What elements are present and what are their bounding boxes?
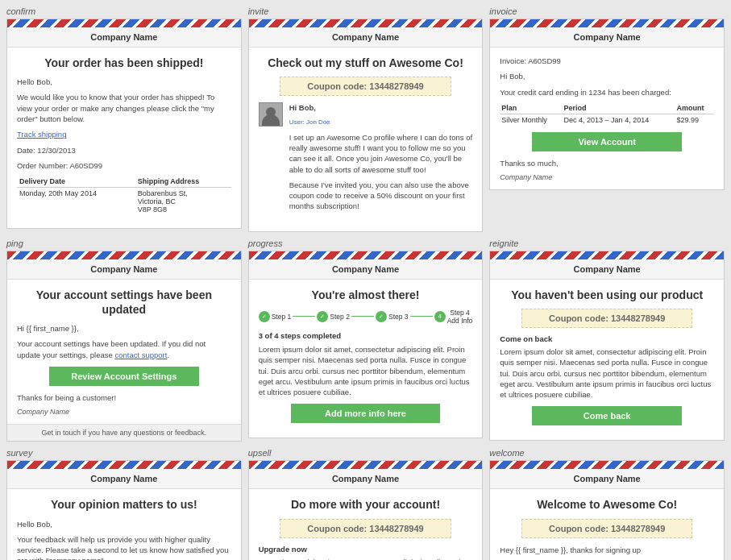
card-label-invoice: invoice — [489, 6, 725, 16]
step-1-circle: ✓ — [259, 311, 270, 322]
progress-title: You're almost there! — [259, 288, 473, 302]
step-line-1 — [293, 316, 315, 317]
card-header-welcome: Company Name — [490, 469, 724, 489]
progress-count: 3 of 4 steps completed — [259, 331, 473, 340]
email-card-upsell: Company Name Do more with your account! … — [248, 460, 484, 560]
envelope-strip-confirm — [7, 19, 241, 27]
card-body-upsell: Do more with your account! Coupon code: … — [249, 489, 483, 560]
card-wrapper-invite: invite Company Name Check out my stuff o… — [248, 6, 484, 232]
card-header-invite: Company Name — [249, 27, 483, 48]
invoice-plan-value: Silver Monthly — [500, 114, 562, 126]
invoice-amount-value: $29.99 — [675, 114, 714, 126]
upsell-section-title: Upgrade now — [259, 545, 473, 554]
step-3: ✓ Step 3 — [376, 311, 409, 322]
step-4-label: Step 4Add Info — [447, 309, 473, 325]
author-avatar — [259, 102, 283, 127]
email-card-invoice: Company Name Invoice: A60SD99 Hi Bob, Yo… — [489, 19, 725, 190]
card-body-ping: Your account settings have been updated … — [7, 280, 241, 425]
card-label-welcome: welcome — [489, 448, 725, 458]
step-1-label: Step 1 — [272, 313, 292, 321]
progress-body: Lorem ipsum dolor sit amet, consectetur … — [259, 344, 473, 397]
reignite-body: Lorem ipsum dolor sit amet, consectetur … — [500, 346, 714, 400]
confirm-greeting: Hello Bob, — [17, 77, 231, 87]
col-shipping-address: Shipping Address — [135, 176, 231, 188]
envelope-strip-invite — [249, 19, 483, 27]
invoice-company-sig: Company Name — [500, 173, 714, 181]
invoice-col-period: Period — [563, 102, 675, 114]
confirm-shipping-table: Delivery Date Shipping Address Monday, 2… — [17, 176, 231, 215]
view-account-button[interactable]: View Account — [532, 132, 682, 151]
card-wrapper-survey: survey Company Name Your opinion matters… — [6, 448, 242, 560]
email-card-ping: Company Name Your account settings have … — [6, 251, 242, 442]
ping-thanks: Thanks for being a customer! — [17, 392, 231, 403]
steps-bar: ✓ Step 1 ✓ Step 2 ✓ Step 3 4 — [259, 309, 473, 325]
card-label-invite: invite — [248, 6, 484, 16]
step-1: ✓ Step 1 — [259, 311, 292, 322]
envelope-strip-upsell — [249, 461, 483, 469]
invoice-note: Your credit card ending in 1234 has been… — [500, 87, 714, 97]
step-4-circle: 4 — [434, 311, 446, 322]
reignite-section-title: Come on back — [500, 334, 714, 343]
card-wrapper-reignite: reignite Company Name You haven't been u… — [489, 239, 725, 442]
card-body-welcome: Welcome to Awesome Co! Coupon code: 1344… — [490, 489, 724, 560]
card-body-invite: Check out my stuff on Awesome Co! Coupon… — [249, 48, 483, 231]
step-3-circle: ✓ — [376, 311, 387, 322]
invite-author-block: Hi Bob, User: Jon Doe I set up an Awesom… — [259, 102, 473, 217]
come-back-button[interactable]: Come back — [532, 406, 682, 425]
invite-body: I set up an Awesome Co profile where I c… — [289, 132, 473, 175]
card-body-reignite: You haven't been using our product Coupo… — [490, 280, 724, 441]
email-card-invite: Company Name Check out my stuff on Aweso… — [248, 19, 484, 232]
card-header-reignite: Company Name — [490, 259, 724, 280]
card-wrapper-progress: progress Company Name You're almost ther… — [248, 239, 484, 442]
confirm-track-link[interactable]: Track shipping — [17, 129, 231, 139]
card-body-progress: You're almost there! ✓ Step 1 ✓ Step 2 ✓ — [249, 280, 483, 438]
invite-title: Check out my stuff on Awesome Co! — [259, 56, 473, 70]
invite-author-name: User: Jon Doe — [289, 118, 473, 127]
envelope-strip-welcome — [490, 461, 724, 469]
email-card-confirm: Company Name Your order has been shipped… — [6, 19, 242, 229]
envelope-strip-survey — [7, 461, 241, 469]
email-card-welcome: Company Name Welcome to Awesome Co! Coup… — [489, 460, 725, 560]
invoice-number: Invoice: A60SD99 — [500, 56, 714, 66]
card-header-upsell: Company Name — [249, 469, 483, 489]
invoice-col-amount: Amount — [675, 102, 714, 114]
step-2-circle: ✓ — [317, 311, 328, 322]
step-line-2 — [351, 316, 374, 317]
email-card-progress: Company Name You're almost there! ✓ Step… — [248, 251, 484, 439]
invite-author-text: Hi Bob, User: Jon Doe I set up an Awesom… — [289, 102, 473, 217]
confirm-title: Your order has been shipped! — [17, 56, 231, 70]
ping-footer: Get in touch if you have any questions o… — [7, 424, 241, 441]
survey-greeting: Hello Bob, — [17, 519, 231, 529]
invoice-period-value: Dec 4, 2013 – Jan 4, 2014 — [563, 114, 675, 126]
email-card-survey: Company Name Your opinion matters to us!… — [6, 460, 242, 560]
ping-title: Your account settings have been updated — [17, 288, 231, 317]
step-4: 4 Step 4Add Info — [434, 309, 473, 325]
card-header-ping: Company Name — [7, 259, 241, 280]
envelope-strip-progress — [249, 251, 483, 259]
card-label-upsell: upsell — [248, 448, 484, 458]
add-info-button[interactable]: Add more info here — [291, 404, 441, 423]
welcome-title: Welcome to Awesome Co! — [500, 497, 714, 512]
email-template-grid: confirm Company Name Your order has been… — [6, 6, 725, 560]
survey-body: Your feedback will help us provide you w… — [17, 534, 231, 560]
survey-title: Your opinion matters to us! — [17, 497, 231, 512]
card-wrapper-ping: ping Company Name Your account settings … — [6, 239, 242, 442]
card-header-survey: Company Name — [7, 469, 241, 489]
card-body-survey: Your opinion matters to us! Hello Bob, Y… — [7, 489, 241, 560]
ping-contact-link[interactable]: contact support — [114, 351, 167, 359]
review-settings-button[interactable]: Review Account Settings — [49, 367, 199, 386]
card-wrapper-invoice: invoice Company Name Invoice: A60SD99 Hi… — [489, 6, 725, 232]
ping-greeting: Hi {{ first_name }}, — [17, 323, 231, 334]
email-card-reignite: Company Name You haven't been using our … — [489, 251, 725, 442]
ping-body: Your account settings have been updated.… — [17, 338, 231, 360]
envelope-strip-ping — [7, 251, 241, 259]
card-label-confirm: confirm — [6, 6, 242, 16]
envelope-strip-invoice — [490, 19, 724, 27]
card-header-invoice: Company Name — [490, 27, 724, 48]
shipping-address-value: Bobarenbus St,Victoria, BCV8P 8G8 — [135, 188, 231, 216]
col-delivery-date: Delivery Date — [17, 176, 135, 188]
step-2: ✓ Step 2 — [317, 311, 350, 322]
invoice-thanks: Thanks so much, — [500, 158, 714, 168]
card-label-survey: survey — [6, 448, 242, 458]
upsell-body: Lorem ipsum dolor sit amet, consectetur … — [259, 557, 473, 561]
